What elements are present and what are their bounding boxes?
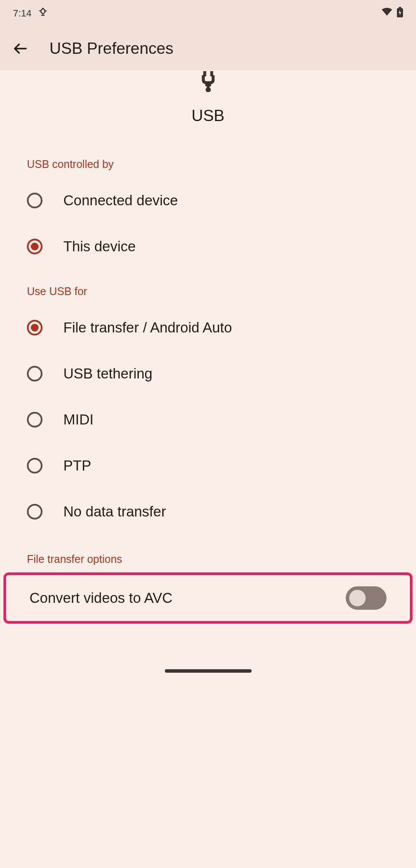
section-header-file-transfer-options: File transfer options xyxy=(0,546,416,572)
radio-label: No data transfer xyxy=(63,503,166,520)
radio-file-transfer[interactable]: File transfer / Android Auto xyxy=(0,305,416,351)
usb-icon xyxy=(195,71,222,94)
toggle-switch[interactable] xyxy=(346,586,387,610)
status-right xyxy=(381,7,403,20)
section-header-use-for: Use USB for xyxy=(0,278,416,305)
radio-label: File transfer / Android Auto xyxy=(63,319,232,336)
section-header-controlled-by: USB controlled by xyxy=(0,151,416,178)
radio-ptp[interactable]: PTP xyxy=(0,443,416,489)
radio-this-device[interactable]: This device xyxy=(0,224,416,270)
radio-icon xyxy=(27,366,43,381)
radio-icon xyxy=(27,504,43,519)
status-bar: 7:14 xyxy=(0,0,416,27)
radio-icon-selected xyxy=(27,239,43,254)
radio-label: This device xyxy=(63,238,136,255)
svg-point-5 xyxy=(206,87,211,92)
status-left: 7:14 xyxy=(13,7,47,20)
switch-convert-avc[interactable]: Convert videos to AVC xyxy=(6,575,410,621)
radio-icon xyxy=(27,193,43,208)
radio-midi[interactable]: MIDI xyxy=(0,397,416,443)
radio-no-data-transfer[interactable]: No data transfer xyxy=(0,489,416,535)
page-title: USB Preferences xyxy=(49,39,174,58)
radio-icon xyxy=(27,412,43,427)
battery-icon xyxy=(397,7,403,20)
radio-label: PTP xyxy=(63,457,91,474)
arrow-back-icon xyxy=(13,41,29,56)
svg-rect-2 xyxy=(399,7,401,9)
navigation-handle[interactable] xyxy=(165,669,252,673)
radio-connected-device[interactable]: Connected device xyxy=(0,178,416,224)
radio-usb-tethering[interactable]: USB tethering xyxy=(0,351,416,397)
switch-thumb xyxy=(349,590,366,606)
radio-icon xyxy=(27,458,43,473)
radio-label: USB tethering xyxy=(63,365,152,382)
switch-label: Convert videos to AVC xyxy=(29,590,173,606)
debug-icon xyxy=(39,7,47,20)
usb-header: USB xyxy=(0,70,416,151)
back-button[interactable] xyxy=(9,36,33,61)
radio-label: Connected device xyxy=(63,192,178,209)
radio-label: MIDI xyxy=(63,411,94,428)
radio-icon-selected xyxy=(27,320,43,335)
wifi-icon xyxy=(381,8,393,19)
content: USB USB controlled by Connected device T… xyxy=(0,70,416,624)
highlight-annotation: Convert videos to AVC xyxy=(3,572,413,624)
app-bar: USB Preferences xyxy=(0,27,416,70)
status-time: 7:14 xyxy=(13,8,32,19)
usb-label: USB xyxy=(191,107,224,125)
